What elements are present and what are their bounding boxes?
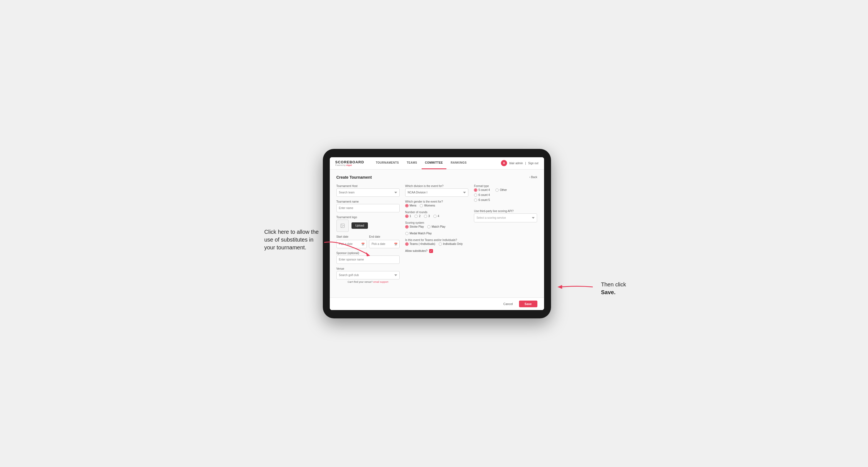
user-name: blair admin xyxy=(509,162,523,165)
scoring-system-field: Scoring system Stroke Play Match Play xyxy=(405,221,468,235)
navbar: SCOREBOARD Powered by clippd TOURNAMENTS… xyxy=(330,157,544,169)
rounds-3-radio[interactable] xyxy=(424,215,427,218)
division-field: Which division is the event for? NCAA Di… xyxy=(405,185,468,197)
gender-mens[interactable]: Mens xyxy=(405,204,416,207)
tournament-logo-field: Tournament logo Upload xyxy=(337,216,400,232)
allow-substitutes-field: Allow substitutes? ✓ xyxy=(405,249,468,253)
format-6count5-radio[interactable] xyxy=(474,198,477,202)
logo-clippd: clippd xyxy=(346,164,352,166)
teams-radio[interactable] xyxy=(405,242,408,246)
event-type-label: Is this event for Teams and/or Individua… xyxy=(405,239,468,242)
scoring-match-play[interactable]: Match Play xyxy=(427,225,445,228)
annotation-right: Then click Save. xyxy=(601,281,646,296)
format-6count5[interactable]: 6 count 5 xyxy=(474,198,537,202)
nav-rankings[interactable]: RANKINGS xyxy=(447,157,470,169)
event-type-radio-group: Teams (+Individuals) Individuals Only xyxy=(405,242,468,246)
format-options: 5 count 4 Other 6 count 4 xyxy=(474,188,537,202)
tournament-logo-label: Tournament logo xyxy=(337,216,400,219)
rounds-2[interactable]: 2 xyxy=(414,215,421,218)
nav-committee[interactable]: COMMITTEE xyxy=(422,157,446,169)
format-6count4[interactable]: 6 count 4 xyxy=(474,193,537,197)
page-content: Create Tournament ‹ Back Tournament Host… xyxy=(330,169,544,298)
event-individuals[interactable]: Individuals Only xyxy=(439,242,463,246)
scoring-stroke-play[interactable]: Stroke Play xyxy=(405,225,424,228)
tournament-name-input[interactable] xyxy=(337,204,400,212)
tournament-host-input[interactable] xyxy=(337,188,400,197)
allow-substitutes-checkbox[interactable]: ✓ xyxy=(429,249,433,253)
tournament-host-field: Tournament Host xyxy=(337,185,400,197)
scoring-system-label: Scoring system xyxy=(405,221,468,224)
allow-substitutes-label: Allow substitutes? xyxy=(405,249,428,252)
svg-marker-3 xyxy=(557,285,562,289)
end-date-calendar-icon: 📅 xyxy=(394,242,397,246)
form-column-2: Which division is the event for? NCAA Di… xyxy=(405,185,468,283)
rounds-label: Number of rounds xyxy=(405,211,468,214)
division-select[interactable]: NCAA Division I xyxy=(405,188,468,197)
gender-field: Which gender is the event for? Mens Wome… xyxy=(405,200,468,207)
scoring-api-select[interactable]: Select a scoring service xyxy=(474,214,537,222)
rounds-4[interactable]: 4 xyxy=(433,215,439,218)
format-other-radio[interactable] xyxy=(495,188,499,192)
scoring-system-radio-group: Stroke Play Match Play Medal Match Play xyxy=(405,225,468,235)
tournament-host-label: Tournament Host xyxy=(337,185,400,188)
scoring-medal-match[interactable]: Medal Match Play xyxy=(405,232,432,235)
event-teams[interactable]: Teams (+Individuals) xyxy=(405,242,435,246)
format-5count4[interactable]: 5 count 4 xyxy=(474,188,490,192)
nav-teams[interactable]: TEAMS xyxy=(404,157,421,169)
rounds-3[interactable]: 3 xyxy=(424,215,430,218)
back-link[interactable]: ‹ Back xyxy=(529,176,537,179)
nav-tournaments[interactable]: TOURNAMENTS xyxy=(372,157,402,169)
format-other[interactable]: Other xyxy=(495,188,507,192)
stroke-play-radio[interactable] xyxy=(405,225,408,228)
upload-button[interactable]: Upload xyxy=(351,222,368,229)
sign-out-link[interactable]: Sign out xyxy=(528,162,538,165)
logo-scoreboard: SCOREBOARD xyxy=(335,160,364,164)
individuals-radio[interactable] xyxy=(439,242,442,246)
rounds-2-radio[interactable] xyxy=(414,215,418,218)
logo-powered-text: Powered by xyxy=(335,164,346,166)
allow-substitutes-wrap: Allow substitutes? ✓ xyxy=(405,249,468,253)
rounds-1-radio[interactable] xyxy=(405,215,408,218)
medal-match-radio[interactable] xyxy=(405,232,408,235)
nav-items: TOURNAMENTS TEAMS COMMITTEE RANKINGS xyxy=(372,157,501,169)
gender-womens[interactable]: Womens xyxy=(420,204,435,207)
email-support-link[interactable]: email support xyxy=(373,281,388,283)
venue-note: Can't find your venue? email support xyxy=(337,281,400,283)
user-avatar: B xyxy=(501,160,507,166)
rounds-radio-group: 1 2 3 xyxy=(405,215,468,218)
format-type-field: Format type 5 count 4 Other xyxy=(474,185,537,202)
form-column-3: Format type 5 count 4 Other xyxy=(474,185,537,283)
page-title: Create Tournament xyxy=(337,175,372,180)
venue-field: Venue Can't find your venue? email suppo… xyxy=(337,267,400,283)
annotation-left: Click here to allow the use of substitut… xyxy=(265,228,326,251)
form-column-1: Tournament Host Tournament name Tourname… xyxy=(337,185,400,283)
tablet-frame: SCOREBOARD Powered by clippd TOURNAMENTS… xyxy=(323,149,551,318)
gender-mens-radio[interactable] xyxy=(405,204,408,207)
tablet-screen: SCOREBOARD Powered by clippd TOURNAMENTS… xyxy=(330,157,544,310)
rounds-field: Number of rounds 1 2 xyxy=(405,211,468,218)
format-6count4-radio[interactable] xyxy=(474,193,477,197)
scoring-api-label: Use third-party live scoring API? xyxy=(474,210,537,213)
rounds-4-radio[interactable] xyxy=(433,215,437,218)
rounds-1[interactable]: 1 xyxy=(405,215,411,218)
save-button[interactable]: Save xyxy=(519,301,537,307)
form-columns: Tournament Host Tournament name Tourname… xyxy=(337,185,537,283)
venue-label: Venue xyxy=(337,267,400,270)
gender-womens-radio[interactable] xyxy=(420,204,423,207)
logo-upload-area: Upload xyxy=(337,220,400,232)
logo-placeholder xyxy=(337,220,349,232)
arrow-left-icon xyxy=(323,237,378,259)
page-header: Create Tournament ‹ Back xyxy=(337,175,537,180)
format-5count4-radio[interactable] xyxy=(474,188,477,192)
cancel-button[interactable]: Cancel xyxy=(500,301,516,307)
tournament-name-field: Tournament name xyxy=(337,200,400,212)
division-label: Which division is the event for? xyxy=(405,185,468,188)
match-play-radio[interactable] xyxy=(427,225,431,228)
venue-input[interactable] xyxy=(337,271,400,279)
arrow-right-icon xyxy=(555,280,594,294)
format-type-label: Format type xyxy=(474,185,537,188)
svg-marker-0 xyxy=(366,252,370,256)
scoring-api-field: Use third-party live scoring API? Select… xyxy=(474,210,537,222)
logo-area: SCOREBOARD Powered by clippd xyxy=(335,160,364,166)
nav-right: B blair admin | Sign out xyxy=(501,160,538,166)
